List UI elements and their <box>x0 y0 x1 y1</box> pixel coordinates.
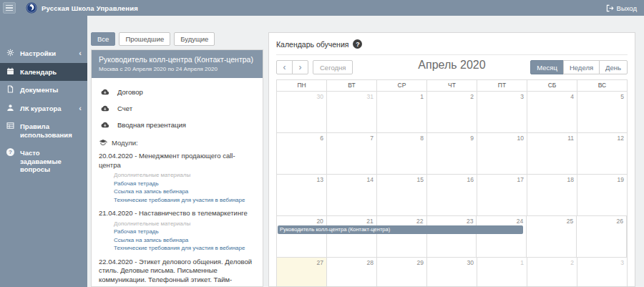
day-number: 12 <box>618 135 624 142</box>
module-entry: 21.04.2020 - Наставничество в телемаркет… <box>99 209 255 253</box>
course-filter-tabs: ВсеПрошедшиеБудущие <box>91 32 263 46</box>
calendar-day-cell[interactable]: 3 <box>577 258 627 287</box>
module-link[interactable]: Ссылка на запись вебинара <box>114 188 255 196</box>
calendar-event-bar[interactable]: Руководитель колл-центра (Контакт-центра… <box>278 225 523 234</box>
day-number: 2 <box>570 259 574 266</box>
calendar-day-cell[interactable]: 4 <box>527 92 577 133</box>
calendar-day-cell[interactable]: 31 <box>327 92 377 133</box>
calendar-day-cell[interactable]: 17 <box>477 175 527 216</box>
day-number: 8 <box>420 135 424 142</box>
modules-heading: Модули: <box>99 138 255 147</box>
day-of-week-header: ПН <box>277 80 327 92</box>
day-number: 24 <box>517 218 523 225</box>
course-header[interactable]: Руководитель колл-центра (Контакт-центра… <box>92 50 263 78</box>
module-links: Дополнительные материалыРабочая тетрадьС… <box>114 220 255 253</box>
calendar-day-cell-today[interactable]: 27 <box>277 258 327 287</box>
download-item[interactable]: Счет <box>99 101 255 116</box>
module-link[interactable]: Рабочая тетрадь <box>114 180 255 188</box>
rules-icon <box>6 122 15 130</box>
calendar-day-cell[interactable]: 3 <box>477 92 527 133</box>
calendar-day-cell[interactable]: 9 <box>427 133 477 175</box>
cloud-download-icon <box>100 104 109 113</box>
gear-icon <box>6 49 15 57</box>
day-number: 9 <box>470 135 474 142</box>
calendar-day-cell[interactable]: 8 <box>377 133 427 175</box>
module-link[interactable]: Ссылка на запись вебинара <box>114 236 255 245</box>
day-of-week-header: ПТ <box>477 80 527 92</box>
day-number: 5 <box>620 93 624 100</box>
module-title: 21.04.2020 - Наставничество в телемаркет… <box>99 209 255 218</box>
calendar-day-cell[interactable]: 2 <box>527 258 577 287</box>
logout-button[interactable]: Выход <box>606 4 637 12</box>
calendar-view-button[interactable]: Неделя <box>563 60 600 74</box>
calendar-day-cell[interactable]: 26 <box>577 216 627 258</box>
calendar-week-row: 13141516171819 <box>277 175 627 216</box>
calendar-day-cell[interactable]: 15 <box>377 175 427 216</box>
day-of-week-header: ЧТ <box>427 80 477 92</box>
course-title: Руководитель колл-центра (Контакт-центра… <box>99 55 255 64</box>
module-link[interactable]: Технические требования для участия в веб… <box>114 196 255 205</box>
hamburger-menu-button[interactable] <box>3 2 16 14</box>
calendar-day-cell[interactable]: 18 <box>527 175 577 216</box>
sidebar-item[interactable]: ?Часто задаваемые вопросы <box>0 144 87 179</box>
cloud-download-icon <box>100 120 109 130</box>
calendar-panel-header: Календарь обучения ? <box>276 39 628 55</box>
calendar-day-cell[interactable]: 30 <box>427 258 477 287</box>
calendar-day-cell[interactable]: 30 <box>277 92 327 133</box>
calendar-day-cell[interactable]: 11 <box>527 133 577 175</box>
download-item[interactable]: Договор <box>99 84 255 99</box>
calendar-day-cell[interactable]: 2 <box>427 92 477 133</box>
calendar-day-cell[interactable]: 22 <box>377 216 427 258</box>
calendar-day-cell[interactable]: 13 <box>277 175 327 216</box>
calendar-day-cell[interactable]: 23 <box>427 216 477 258</box>
calendar-day-cell[interactable]: 25 <box>527 216 577 258</box>
calendar-week-row: 27282930123 <box>277 258 627 287</box>
sidebar-item[interactable]: Документы <box>0 81 87 99</box>
calendar-prev-button[interactable]: ‹ <box>276 60 293 74</box>
day-number: 6 <box>320 135 323 142</box>
calendar-day-cell[interactable]: 1 <box>477 258 527 287</box>
calendar-day-cell[interactable]: 29 <box>377 258 427 287</box>
calendar-day-cell[interactable]: 19 <box>577 175 627 216</box>
day-number: 28 <box>367 259 374 266</box>
sidebar-item[interactable]: Правила использования <box>0 117 87 144</box>
sidebar-item[interactable]: Календарь <box>0 63 87 82</box>
calendar-day-cell[interactable]: 12 <box>577 133 627 175</box>
day-number: 19 <box>618 176 624 183</box>
course-filter-tab[interactable]: Будущие <box>174 32 215 46</box>
calendar-view-button[interactable]: День <box>599 60 628 74</box>
sidebar-item[interactable]: ЛК куратора‹ <box>0 99 87 118</box>
calendar-day-cell[interactable]: 5 <box>577 92 627 133</box>
download-item-label: Вводная презентация <box>117 121 186 129</box>
calendar-day-cell[interactable]: 10 <box>477 133 527 175</box>
calendar-day-cell[interactable]: 24 <box>477 216 527 258</box>
calendar-view-button[interactable]: Месяц <box>530 60 564 74</box>
course-filter-tab[interactable]: Все <box>91 32 115 46</box>
calendar-day-cell[interactable]: 7 <box>327 133 377 175</box>
calendar-day-cell[interactable]: 21 <box>327 216 377 258</box>
calendar-day-cell[interactable]: 14 <box>327 175 377 216</box>
help-icon[interactable]: ? <box>353 39 362 49</box>
download-item[interactable]: Вводная презентация <box>99 117 255 132</box>
day-number: 3 <box>620 259 624 266</box>
brand-title: Русская Школа Управления <box>42 4 138 12</box>
day-number: 17 <box>517 176 524 183</box>
module-link[interactable]: Рабочая тетрадь <box>114 228 255 236</box>
sidebar-item[interactable]: Настройки‹ <box>0 44 87 63</box>
module-link[interactable]: Технические требования для участия в веб… <box>114 244 255 253</box>
calendar-next-button[interactable]: › <box>292 60 308 74</box>
day-number: 11 <box>567 135 574 142</box>
day-number: 2 <box>470 93 474 100</box>
day-of-week-header: ВТ <box>327 80 377 92</box>
day-number: 18 <box>567 176 574 183</box>
calendar-day-cell[interactable]: 20 <box>277 216 327 258</box>
calendar-day-cell[interactable]: 16 <box>427 175 477 216</box>
calendar-day-cell[interactable]: 1 <box>377 92 427 133</box>
day-number: 26 <box>617 218 623 225</box>
course-filter-tab[interactable]: Прошедшие <box>119 32 170 46</box>
calendar-day-cell[interactable]: 28 <box>327 258 377 287</box>
today-button[interactable]: Сегодня <box>313 60 353 74</box>
calendar-day-cell[interactable]: 6 <box>277 133 327 175</box>
module-materials-label: Дополнительные материалы <box>114 220 255 228</box>
day-number: 14 <box>367 176 374 183</box>
